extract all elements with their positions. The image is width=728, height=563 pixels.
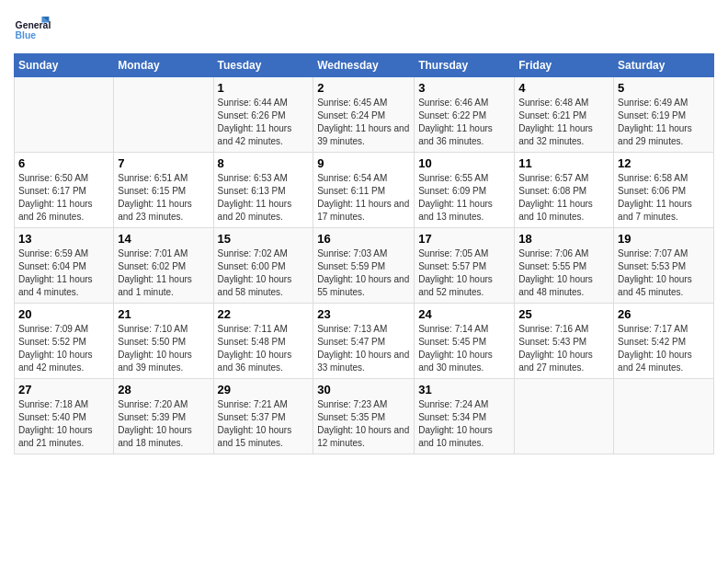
calendar-cell: 10Sunrise: 6:55 AMSunset: 6:09 PMDayligh… — [415, 153, 515, 228]
calendar-cell: 17Sunrise: 7:05 AMSunset: 5:57 PMDayligh… — [415, 228, 515, 304]
calendar-week-row: 27Sunrise: 7:18 AMSunset: 5:40 PMDayligh… — [15, 379, 714, 454]
calendar-cell: 4Sunrise: 6:48 AMSunset: 6:21 PMDaylight… — [515, 77, 614, 153]
weekday-header: Tuesday — [213, 54, 313, 77]
day-number: 2 — [317, 81, 410, 95]
day-number: 16 — [317, 232, 410, 246]
day-number: 14 — [118, 232, 209, 246]
calendar-cell: 22Sunrise: 7:11 AMSunset: 5:48 PMDayligh… — [213, 304, 313, 379]
day-number: 7 — [118, 156, 209, 170]
weekday-header: Sunday — [15, 54, 114, 77]
calendar-cell: 19Sunrise: 7:07 AMSunset: 5:53 PMDayligh… — [614, 228, 714, 304]
calendar-cell: 26Sunrise: 7:17 AMSunset: 5:42 PMDayligh… — [614, 304, 714, 379]
day-info: Sunrise: 7:03 AMSunset: 5:59 PMDaylight:… — [317, 247, 410, 299]
calendar-cell: 25Sunrise: 7:16 AMSunset: 5:43 PMDayligh… — [515, 304, 614, 379]
day-number: 18 — [518, 232, 609, 246]
weekday-header: Saturday — [614, 54, 714, 77]
weekday-header: Wednesday — [313, 54, 415, 77]
day-number: 24 — [418, 307, 510, 321]
weekday-header: Friday — [515, 54, 614, 77]
day-info: Sunrise: 7:07 AMSunset: 5:53 PMDaylight:… — [618, 247, 710, 299]
day-info: Sunrise: 6:54 AMSunset: 6:11 PMDaylight:… — [317, 172, 410, 224]
calendar-cell: 1Sunrise: 6:44 AMSunset: 6:26 PMDaylight… — [213, 77, 313, 153]
day-info: Sunrise: 6:58 AMSunset: 6:06 PMDaylight:… — [618, 172, 710, 224]
calendar-cell: 6Sunrise: 6:50 AMSunset: 6:17 PMDaylight… — [15, 153, 114, 228]
calendar-cell: 23Sunrise: 7:13 AMSunset: 5:47 PMDayligh… — [313, 304, 415, 379]
svg-text:Blue: Blue — [16, 30, 37, 40]
day-info: Sunrise: 7:02 AMSunset: 6:00 PMDaylight:… — [218, 247, 310, 299]
day-info: Sunrise: 6:50 AMSunset: 6:17 PMDaylight:… — [18, 172, 109, 224]
day-info: Sunrise: 6:44 AMSunset: 6:26 PMDaylight:… — [218, 97, 310, 148]
calendar-cell: 18Sunrise: 7:06 AMSunset: 5:55 PMDayligh… — [515, 228, 614, 304]
logo: General Blue — [14, 9, 51, 46]
day-info: Sunrise: 6:53 AMSunset: 6:13 PMDaylight:… — [218, 172, 310, 224]
calendar-body: 1Sunrise: 6:44 AMSunset: 6:26 PMDaylight… — [15, 77, 714, 454]
day-number: 10 — [418, 156, 510, 170]
calendar-cell: 11Sunrise: 6:57 AMSunset: 6:08 PMDayligh… — [515, 153, 614, 228]
day-info: Sunrise: 7:21 AMSunset: 5:37 PMDaylight:… — [218, 398, 310, 450]
day-info: Sunrise: 7:16 AMSunset: 5:43 PMDaylight:… — [518, 323, 609, 374]
day-number: 6 — [18, 156, 109, 170]
weekday-header: Thursday — [415, 54, 515, 77]
day-number: 29 — [218, 383, 310, 396]
day-info: Sunrise: 7:20 AMSunset: 5:39 PMDaylight:… — [118, 398, 209, 450]
calendar-cell: 13Sunrise: 6:59 AMSunset: 6:04 PMDayligh… — [15, 228, 114, 304]
calendar-cell: 24Sunrise: 7:14 AMSunset: 5:45 PMDayligh… — [415, 304, 515, 379]
day-number: 3 — [418, 81, 510, 95]
day-info: Sunrise: 7:11 AMSunset: 5:48 PMDaylight:… — [218, 323, 310, 374]
weekday-row: SundayMondayTuesdayWednesdayThursdayFrid… — [15, 54, 714, 77]
day-number: 9 — [317, 156, 410, 170]
calendar-cell: 3Sunrise: 6:46 AMSunset: 6:22 PMDaylight… — [415, 77, 515, 153]
day-info: Sunrise: 7:05 AMSunset: 5:57 PMDaylight:… — [418, 247, 510, 299]
day-info: Sunrise: 7:13 AMSunset: 5:47 PMDaylight:… — [317, 323, 410, 374]
calendar-cell — [515, 379, 614, 454]
calendar-cell: 30Sunrise: 7:23 AMSunset: 5:35 PMDayligh… — [313, 379, 415, 454]
day-number: 5 — [618, 81, 710, 95]
day-info: Sunrise: 6:46 AMSunset: 6:22 PMDaylight:… — [418, 97, 510, 148]
calendar-cell: 7Sunrise: 6:51 AMSunset: 6:15 PMDaylight… — [114, 153, 213, 228]
day-number: 28 — [118, 383, 209, 396]
day-info: Sunrise: 7:23 AMSunset: 5:35 PMDaylight:… — [317, 398, 410, 450]
day-info: Sunrise: 6:51 AMSunset: 6:15 PMDaylight:… — [118, 172, 209, 224]
day-number: 25 — [518, 307, 609, 321]
calendar-cell: 28Sunrise: 7:20 AMSunset: 5:39 PMDayligh… — [114, 379, 213, 454]
calendar-cell: 15Sunrise: 7:02 AMSunset: 6:00 PMDayligh… — [213, 228, 313, 304]
calendar-table: SundayMondayTuesdayWednesdayThursdayFrid… — [14, 53, 714, 454]
weekday-header: Monday — [114, 54, 213, 77]
calendar-cell: 16Sunrise: 7:03 AMSunset: 5:59 PMDayligh… — [313, 228, 415, 304]
calendar-week-row: 1Sunrise: 6:44 AMSunset: 6:26 PMDaylight… — [15, 77, 714, 153]
calendar-cell: 9Sunrise: 6:54 AMSunset: 6:11 PMDaylight… — [313, 153, 415, 228]
calendar-cell: 2Sunrise: 6:45 AMSunset: 6:24 PMDaylight… — [313, 77, 415, 153]
day-info: Sunrise: 7:24 AMSunset: 5:34 PMDaylight:… — [418, 398, 510, 450]
day-number: 17 — [418, 232, 510, 246]
day-info: Sunrise: 7:01 AMSunset: 6:02 PMDaylight:… — [118, 247, 209, 299]
day-info: Sunrise: 7:17 AMSunset: 5:42 PMDaylight:… — [618, 323, 710, 374]
calendar-cell: 27Sunrise: 7:18 AMSunset: 5:40 PMDayligh… — [15, 379, 114, 454]
day-info: Sunrise: 7:09 AMSunset: 5:52 PMDaylight:… — [18, 323, 109, 374]
day-number: 4 — [518, 81, 609, 95]
calendar-header: SundayMondayTuesdayWednesdayThursdayFrid… — [15, 54, 714, 77]
calendar-week-row: 13Sunrise: 6:59 AMSunset: 6:04 PMDayligh… — [15, 228, 714, 304]
calendar-cell: 31Sunrise: 7:24 AMSunset: 5:34 PMDayligh… — [415, 379, 515, 454]
calendar-week-row: 6Sunrise: 6:50 AMSunset: 6:17 PMDaylight… — [15, 153, 714, 228]
calendar-cell: 29Sunrise: 7:21 AMSunset: 5:37 PMDayligh… — [213, 379, 313, 454]
day-number: 8 — [218, 156, 310, 170]
day-number: 27 — [18, 383, 109, 396]
day-number: 31 — [418, 383, 510, 396]
day-number: 26 — [618, 307, 710, 321]
calendar-cell: 14Sunrise: 7:01 AMSunset: 6:02 PMDayligh… — [114, 228, 213, 304]
page-container: General Blue SundayMondayTuesdayWednesda… — [0, 0, 728, 464]
day-info: Sunrise: 6:57 AMSunset: 6:08 PMDaylight:… — [518, 172, 609, 224]
day-info: Sunrise: 6:59 AMSunset: 6:04 PMDaylight:… — [18, 247, 109, 299]
day-number: 20 — [18, 307, 109, 321]
calendar-cell — [114, 77, 213, 153]
day-info: Sunrise: 6:55 AMSunset: 6:09 PMDaylight:… — [418, 172, 510, 224]
day-info: Sunrise: 6:45 AMSunset: 6:24 PMDaylight:… — [317, 97, 410, 148]
day-number: 22 — [218, 307, 310, 321]
logo-icon: General Blue — [14, 9, 51, 46]
day-number: 21 — [118, 307, 209, 321]
day-number: 30 — [317, 383, 410, 396]
day-info: Sunrise: 6:49 AMSunset: 6:19 PMDaylight:… — [618, 97, 710, 148]
day-info: Sunrise: 6:48 AMSunset: 6:21 PMDaylight:… — [518, 97, 609, 148]
day-number: 23 — [317, 307, 410, 321]
calendar-week-row: 20Sunrise: 7:09 AMSunset: 5:52 PMDayligh… — [15, 304, 714, 379]
